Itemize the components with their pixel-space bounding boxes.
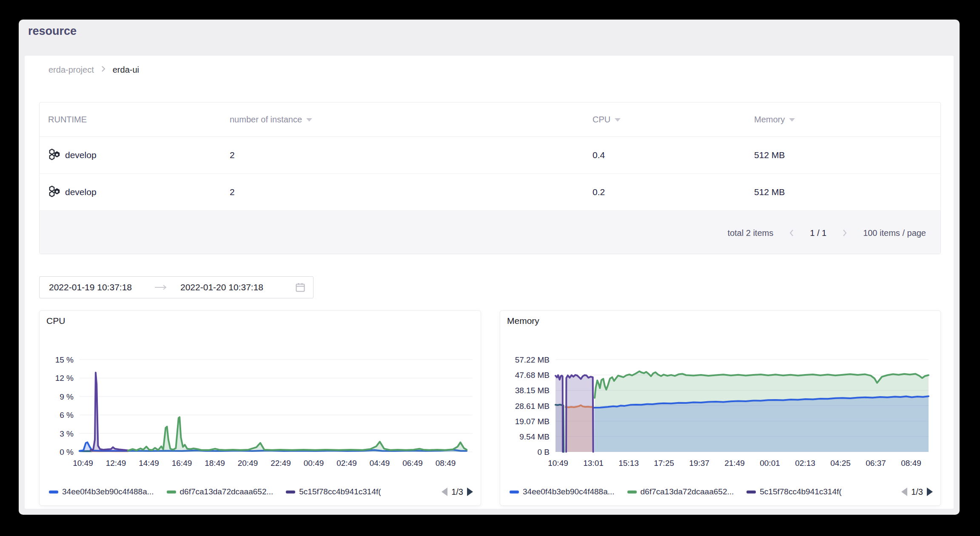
runtime-icon	[48, 185, 61, 200]
page-size-select[interactable]: 100 items / page	[863, 228, 926, 238]
legend-label: 5c15f78cc4b941c314f(	[299, 487, 381, 496]
svg-text:0 B: 0 B	[537, 448, 550, 457]
svg-text:18:49: 18:49	[205, 459, 225, 468]
sort-caret-icon[interactable]	[615, 118, 621, 122]
column-label: number of instance	[230, 115, 302, 124]
svg-text:00:49: 00:49	[304, 459, 324, 468]
svg-text:38.15 MB: 38.15 MB	[515, 386, 550, 395]
legend-item[interactable]: d6f7ca13da72dcaaa652...	[627, 487, 734, 496]
legend-prev-icon[interactable]	[442, 488, 447, 496]
svg-text:08:49: 08:49	[901, 459, 921, 468]
sort-caret-icon[interactable]	[789, 118, 795, 122]
svg-text:06:37: 06:37	[866, 459, 886, 468]
column-header-memory[interactable]: Memory	[754, 115, 940, 125]
chart-legend: 34ee0f4b3eb90c4f488a... d6f7ca13da72dcaa…	[49, 485, 473, 499]
legend-next-icon[interactable]	[467, 488, 473, 496]
legend-label: 34ee0f4b3eb90c4f488a...	[62, 487, 154, 496]
chart-legend: 34ee0f4b3eb90c4f488a... d6f7ca13da72dcaa…	[510, 485, 933, 499]
column-label: RUNTIME	[48, 115, 87, 125]
svg-text:00:01: 00:01	[760, 459, 780, 468]
svg-text:16:49: 16:49	[172, 459, 192, 468]
column-header-runtime: RUNTIME	[40, 115, 230, 125]
column-header-cpu[interactable]: CPU	[593, 115, 754, 125]
legend-item[interactable]: 5c15f78cc4b941c314f(	[286, 487, 381, 496]
svg-text:57.22 MB: 57.22 MB	[515, 355, 550, 364]
legend-swatch	[49, 491, 58, 493]
legend-item[interactable]: d6f7ca13da72dcaaa652...	[167, 487, 273, 496]
content-panel: erda-project erda-ui RUNTIME number of i…	[25, 56, 954, 509]
svg-text:04:49: 04:49	[370, 459, 390, 468]
instances-cell: 2	[230, 150, 593, 160]
calendar-icon[interactable]	[295, 282, 305, 292]
runtime-name: develop	[65, 187, 97, 197]
svg-text:21:49: 21:49	[724, 459, 745, 468]
table-row[interactable]: develop 2 0.4 512 MB	[40, 137, 940, 174]
date-range-picker[interactable]: 2022-01-19 10:37:18 2022-01-20 10:37:18	[39, 276, 313, 298]
svg-text:9.54 MB: 9.54 MB	[519, 432, 550, 441]
legend-item[interactable]: 5c15f78cc4b941c314f(	[746, 487, 841, 496]
legend-pager: 1/3	[442, 487, 473, 497]
legend-page-indicator: 1/3	[451, 487, 463, 497]
cpu-chart-card: CPU 15 %12 %9 %6 %3 %0 %10:4912:4914:491…	[39, 310, 481, 506]
legend-prev-icon[interactable]	[901, 488, 907, 496]
svg-text:15:13: 15:13	[618, 459, 639, 468]
svg-text:47.68 MB: 47.68 MB	[515, 371, 550, 380]
column-header-instances[interactable]: number of instance	[230, 115, 593, 125]
memory-chart-plot[interactable]: 57.22 MB47.68 MB38.15 MB28.61 MB19.07 MB…	[500, 311, 941, 474]
svg-text:19.07 MB: 19.07 MB	[515, 417, 550, 426]
memory-chart-card: Memory 57.22 MB47.68 MB38.15 MB28.61 MB1…	[500, 310, 941, 506]
svg-text:10:49: 10:49	[73, 459, 93, 468]
runtime-table: RUNTIME number of instance CPU Memory	[39, 102, 941, 254]
sort-caret-icon[interactable]	[306, 118, 312, 122]
svg-text:12:49: 12:49	[106, 459, 126, 468]
table-header-row: RUNTIME number of instance CPU Memory	[40, 102, 940, 137]
cpu-cell: 0.4	[593, 150, 754, 160]
table-row[interactable]: develop 2 0.2 512 MB	[40, 174, 940, 211]
svg-text:20:49: 20:49	[238, 459, 258, 468]
breadcrumb: erda-project erda-ui	[48, 65, 139, 75]
prev-page-button[interactable]	[789, 228, 795, 238]
legend-item[interactable]: 34ee0f4b3eb90c4f488a...	[510, 487, 615, 496]
svg-text:17:25: 17:25	[654, 459, 674, 468]
svg-text:19:37: 19:37	[689, 459, 709, 468]
page-title: resource	[28, 25, 77, 38]
legend-next-icon[interactable]	[927, 488, 933, 496]
svg-text:02:49: 02:49	[336, 459, 357, 468]
memory-cell: 512 MB	[754, 150, 940, 160]
range-end-input[interactable]: 2022-01-20 10:37:18	[180, 282, 263, 292]
runtime-cell: develop	[40, 185, 230, 200]
legend-label: 34ee0f4b3eb90c4f488a...	[523, 487, 615, 496]
memory-cell: 512 MB	[754, 187, 940, 197]
pagination-current: 1 / 1	[810, 228, 826, 238]
cpu-chart-plot[interactable]: 15 %12 %9 %6 %3 %0 %10:4912:4914:4916:49…	[40, 311, 481, 474]
breadcrumb-item-project[interactable]: erda-project	[48, 65, 94, 75]
breadcrumb-item-app: erda-ui	[113, 65, 139, 75]
svg-text:02:13: 02:13	[795, 459, 815, 468]
legend-swatch	[167, 491, 176, 493]
runtime-icon	[48, 148, 61, 163]
cpu-cell: 0.2	[593, 187, 754, 197]
runtime-cell: develop	[40, 148, 230, 163]
column-label: Memory	[754, 115, 785, 124]
svg-text:3 %: 3 %	[60, 429, 74, 438]
svg-text:22:49: 22:49	[271, 459, 291, 468]
svg-text:14:49: 14:49	[139, 459, 159, 468]
svg-text:06:49: 06:49	[402, 459, 423, 468]
legend-swatch	[286, 491, 295, 493]
legend-label: d6f7ca13da72dcaaa652...	[180, 487, 273, 496]
range-start-input[interactable]: 2022-01-19 10:37:18	[49, 282, 132, 292]
legend-pager: 1/3	[901, 487, 933, 497]
svg-text:15 %: 15 %	[55, 355, 74, 364]
svg-text:12 %: 12 %	[55, 374, 74, 383]
legend-swatch	[510, 491, 519, 493]
arrow-right-icon	[154, 284, 168, 290]
legend-swatch	[627, 491, 637, 493]
svg-text:9 %: 9 %	[60, 392, 74, 401]
table-pagination: total 2 items 1 / 1 100 items / page	[40, 211, 940, 254]
legend-item[interactable]: 34ee0f4b3eb90c4f488a...	[49, 487, 154, 496]
legend-label: d6f7ca13da72dcaaa652...	[641, 487, 734, 496]
column-label: CPU	[593, 115, 610, 124]
app-window: resource erda-project erda-ui RUNTIME nu…	[19, 20, 960, 515]
next-page-button[interactable]	[842, 228, 848, 238]
instances-cell: 2	[230, 187, 593, 197]
